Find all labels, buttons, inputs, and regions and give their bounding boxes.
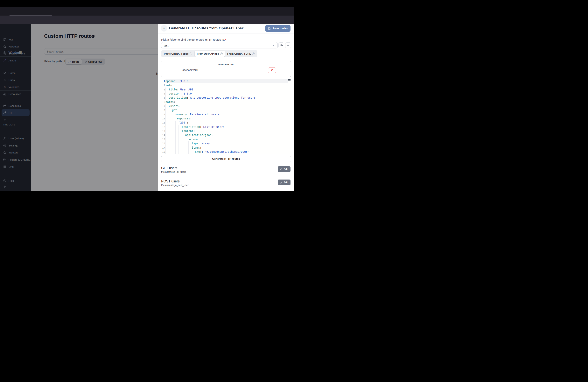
selected-file-box: Selected file: openapi.yaml (161, 61, 291, 77)
code-line-16[interactable]: 16 type: array (161, 141, 291, 146)
line-number: 1 (161, 79, 165, 83)
modal-overlay[interactable] (0, 24, 158, 191)
close-icon[interactable]: × (161, 25, 167, 32)
code-text: content: (166, 129, 288, 133)
add-folder-button[interactable] (285, 42, 291, 48)
route-name: GET users (161, 166, 177, 170)
line-number: 5 (161, 96, 165, 100)
edit-route-button[interactable]: Edit (278, 166, 291, 172)
code-line-11[interactable]: 11 '200': (161, 121, 291, 125)
folder-label: Pick a folder to bind the generated HTTP… (161, 38, 226, 41)
line-number: 13 (161, 129, 165, 133)
tab-paste-openapi-spec[interactable]: Paste OpenAPI speci (162, 51, 194, 57)
code-line-12[interactable]: 12 description: List of users (161, 125, 291, 129)
browser-tab-bar: HTTP triggers | Windmill × + (0, 7, 294, 16)
edit-route-button[interactable]: Edit (278, 180, 291, 185)
code-line-13[interactable]: 13 content: (161, 129, 291, 133)
code-text: application/json: (166, 133, 288, 137)
line-number: 6 (161, 100, 165, 104)
tab-label: From OpenAPI URL (227, 52, 251, 55)
tab-label: From OpenAPI file (197, 52, 219, 55)
save-routes-button[interactable]: Save routes (265, 25, 291, 32)
folder-select-value: test (164, 44, 168, 47)
app-window: HTTP triggers | Windmill × + http://loca… (0, 0, 294, 191)
code-line-8[interactable]: 8 get: (161, 108, 291, 112)
line-number: 15 (161, 137, 165, 141)
code-line-10[interactable]: 10 responses: (161, 117, 291, 121)
code-line-17[interactable]: 17 items: (161, 146, 291, 150)
editor-scrollbar[interactable] (288, 79, 291, 81)
code-line-3[interactable]: 3 title: User API (161, 87, 291, 92)
code-text: $ref: '#/components/schemas/User' (166, 150, 288, 154)
pencil-icon (280, 181, 282, 184)
code-line-6[interactable]: 6paths: (161, 100, 291, 104)
line-number: 17 (161, 146, 165, 150)
code-text: post: (166, 154, 288, 154)
code-text: info: (166, 83, 288, 87)
browser-toolbar: http://localhost:3000/routes?filter_path… (0, 16, 294, 24)
code-line-1[interactable]: 1openapi: 3.0.0 (161, 79, 291, 83)
code-line-18[interactable]: 18 $ref: '#/components/schemas/User' (161, 150, 291, 154)
save-routes-label: Save routes (273, 27, 288, 30)
view-folder-button[interactable] (278, 42, 284, 48)
line-number: 8 (161, 108, 165, 112)
pencil-icon (280, 168, 282, 170)
info-icon[interactable]: i (252, 53, 254, 55)
route-name: POST users (161, 179, 180, 183)
line-number: 16 (161, 141, 165, 146)
code-text: description: List of users (166, 125, 288, 129)
code-line-9[interactable]: 9 summary: Retrieve all users (161, 112, 291, 117)
code-text: summary: Retrieve all users (166, 112, 288, 117)
code-line-4[interactable]: 4 version: 1.0.0 (161, 92, 291, 96)
delete-file-button[interactable] (268, 67, 276, 73)
code-text: '200': (166, 121, 288, 125)
line-number: 3 (161, 87, 165, 92)
window-top-strip (0, 0, 294, 7)
required-asterisk: * (225, 38, 226, 41)
trash-icon (271, 69, 273, 72)
tab-from-openapi-url[interactable]: From OpenAPI URLi (225, 51, 257, 57)
tab-from-openapi-file[interactable]: From OpenAPI filei (195, 51, 225, 57)
code-text: responses: (166, 117, 288, 121)
line-number: 12 (161, 125, 165, 129)
info-icon[interactable]: i (189, 53, 192, 55)
line-number: 19 (161, 154, 165, 154)
code-line-15[interactable]: 15 schema: (161, 137, 291, 141)
selected-file-label: Selected file: (161, 63, 291, 66)
code-line-5[interactable]: 5 description: API supporting CRUD opera… (161, 96, 291, 100)
code-text: title: User API (166, 87, 288, 92)
line-number: 11 (161, 121, 165, 125)
openapi-drawer: × Generate HTTP routes from OpenAPI spec… (158, 24, 294, 191)
code-line-2[interactable]: 2info: (161, 83, 291, 87)
edit-label: Edit (284, 181, 288, 184)
line-number: 2 (161, 83, 165, 87)
save-icon (268, 27, 271, 30)
code-line-19[interactable]: 19 post: (161, 154, 291, 154)
code-line-7[interactable]: 7 /users: (161, 104, 291, 108)
line-number: 4 (161, 92, 165, 96)
plus-icon (286, 43, 290, 47)
generate-routes-button[interactable]: Generate HTTP routes (161, 156, 291, 162)
openapi-code-editor[interactable]: 1openapi: 3.0.02info:3 title: User API4 … (161, 79, 291, 154)
folder-select[interactable]: test (161, 42, 278, 48)
code-text: version: 1.0.0 (166, 92, 288, 96)
line-number: 9 (161, 112, 165, 117)
code-text: openapi: 3.0.0 (166, 79, 288, 83)
chevron-down-icon (273, 44, 275, 47)
tab-label: Paste OpenAPI spec (164, 52, 189, 55)
code-text: /users: (166, 104, 288, 108)
drawer-title: Generate HTTP routes from OpenAPI spec (169, 26, 244, 30)
code-text: schema: (166, 137, 288, 141)
code-text: items: (166, 146, 288, 150)
route-path: f/test/create_a_new_user (161, 184, 189, 187)
line-number: 7 (161, 104, 165, 108)
info-icon[interactable]: i (220, 53, 223, 55)
code-text: paths: (166, 100, 288, 104)
edit-label: Edit (284, 168, 288, 170)
spec-source-tabs: Paste OpenAPI speciFrom OpenAPI fileiFro… (161, 50, 257, 57)
line-number: 14 (161, 133, 165, 137)
route-path: f/test/retrieve_all_users (161, 170, 186, 173)
code-line-14[interactable]: 14 application/json: (161, 133, 291, 137)
line-number: 10 (161, 117, 165, 121)
code-text: type: array (166, 141, 288, 146)
